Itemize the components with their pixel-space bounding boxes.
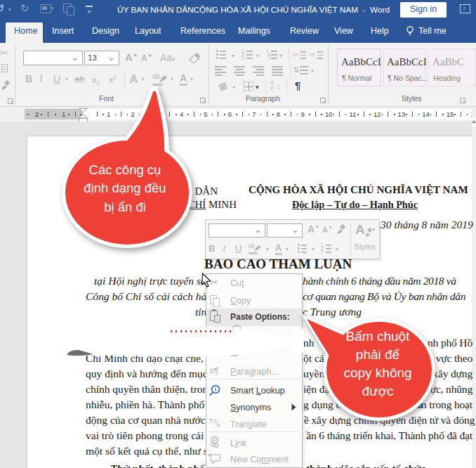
svg-text:ꞌ: ꞌ (213, 423, 215, 429)
